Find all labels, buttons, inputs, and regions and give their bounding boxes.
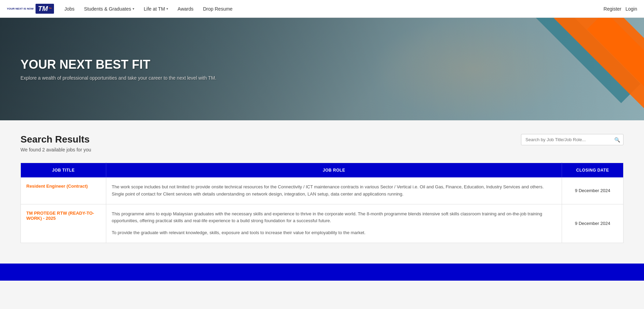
job-closing-date-cell-2: 9 December 2024 <box>562 204 624 243</box>
footer <box>0 264 644 281</box>
nav-drop-resume[interactable]: Drop Resume <box>203 6 232 12</box>
col-header-job-title: JOB TITLE <box>21 163 106 178</box>
search-input[interactable] <box>521 134 624 145</box>
table-row: Resident Engineer (Contract) The work sc… <box>21 177 624 204</box>
tm-badge: TM ~ <box>36 4 54 14</box>
hero-title: YOUR NEXT BEST FIT <box>20 57 216 72</box>
results-title: Search Results <box>20 134 91 145</box>
hero-banner: YOUR NEXT BEST FIT Explore a wealth of p… <box>0 18 644 120</box>
nav-awards[interactable]: Awards <box>178 6 193 12</box>
nav-auth-links: Register Login <box>604 6 637 12</box>
col-header-job-role: JOB ROLE <box>106 163 562 178</box>
nav-life-at-tm[interactable]: Life at TM ▾ <box>144 6 168 12</box>
table-header: JOB TITLE JOB ROLE CLOSING DATE <box>21 163 624 178</box>
register-link[interactable]: Register <box>604 6 621 12</box>
job-description-part1: This programme aims to equip Malaysian g… <box>112 211 556 225</box>
search-icon: 🔍 <box>614 137 620 143</box>
nav-jobs[interactable]: Jobs <box>64 6 74 12</box>
logo-tagline: YOUR NEXT IS NOW <box>7 7 33 10</box>
main-content: Search Results We found 2 available jobs… <box>0 120 644 257</box>
site-logo[interactable]: YOUR NEXT IS NOW TM ~ <box>7 4 54 14</box>
hero-content: YOUR NEXT BEST FIT Explore a wealth of p… <box>0 57 237 81</box>
col-header-closing-date: CLOSING DATE <box>562 163 624 178</box>
navbar: YOUR NEXT IS NOW TM ~ Jobs Students & Gr… <box>0 0 644 18</box>
search-results-header: Search Results We found 2 available jobs… <box>20 134 624 152</box>
tm-text: TM <box>38 5 48 13</box>
job-role-cell: The work scope includes but not limited … <box>106 177 562 204</box>
job-title-cell: TM PROTEGE RTW (READY-TO-WORK) - 2025 <box>21 204 106 243</box>
nav-links: Jobs Students & Graduates ▾ Life at TM ▾… <box>64 6 603 12</box>
tm-swish-icon: ~ <box>49 5 52 11</box>
nav-students-graduates[interactable]: Students & Graduates ▾ <box>84 6 134 12</box>
table-row: TM PROTEGE RTW (READY-TO-WORK) - 2025 Th… <box>21 204 624 243</box>
job-description: The work scope includes but not limited … <box>112 184 556 198</box>
job-description-part2: To provide the graduate with relevant kn… <box>112 229 556 237</box>
chevron-down-icon: ▾ <box>133 7 134 11</box>
job-title-cell: Resident Engineer (Contract) <box>21 177 106 204</box>
hero-decoration <box>524 18 644 120</box>
table-body: Resident Engineer (Contract) The work sc… <box>21 177 624 243</box>
login-link[interactable]: Login <box>626 6 637 12</box>
job-role-cell-2: This programme aims to equip Malaysian g… <box>106 204 562 243</box>
hero-subtitle: Explore a wealth of professional opportu… <box>20 75 216 81</box>
jobs-table: JOB TITLE JOB ROLE CLOSING DATE Resident… <box>20 163 624 243</box>
job-title-link-2[interactable]: TM PROTEGE RTW (READY-TO-WORK) - 2025 <box>26 211 94 221</box>
job-title-link[interactable]: Resident Engineer (Contract) <box>26 184 88 189</box>
search-wrapper: 🔍 <box>521 134 624 145</box>
results-count: We found 2 available jobs for you <box>20 147 91 152</box>
job-closing-date-cell: 9 December 2024 <box>562 177 624 204</box>
chevron-down-icon: ▾ <box>166 7 168 11</box>
results-info: Search Results We found 2 available jobs… <box>20 134 91 152</box>
